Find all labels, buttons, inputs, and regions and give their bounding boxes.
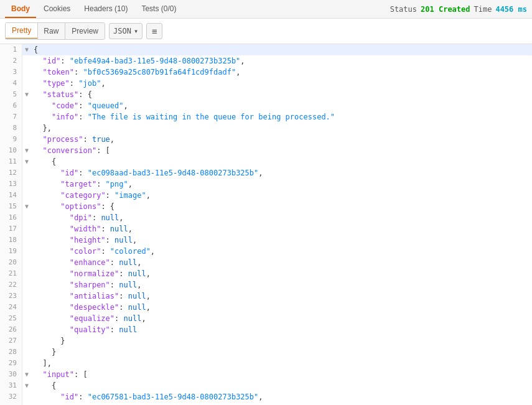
line-content: "category": "image", (31, 190, 532, 201)
line-content: "status": { (31, 89, 532, 100)
code-line: 25 "equalize": null, (0, 313, 532, 324)
code-line: 30▼ "input": [ (0, 369, 532, 380)
line-content: "enhance": null, (31, 257, 532, 268)
code-line: 2 "id": "ebfe49a4-bad3-11e5-9d48-0800273… (0, 55, 532, 67)
line-number: 1 (0, 44, 22, 55)
code-line: 21 "normalize": null, (0, 268, 532, 279)
code-line: 19 "color": "colored", (0, 246, 532, 257)
format-button[interactable]: ≡ (146, 23, 162, 39)
status-label: Status (390, 5, 417, 14)
line-content: "width": null, (31, 223, 532, 235)
line-toggle[interactable]: ▼ (22, 201, 31, 212)
tab-headers[interactable]: Headers (10) (78, 0, 134, 18)
line-number: 3 (0, 67, 22, 78)
line-number: 9 (0, 134, 22, 145)
code-line: 24 "despeckle": null, (0, 302, 532, 313)
line-content: "conversion": [ (31, 145, 532, 156)
line-content: "token": "bf0c5369a25c807b91fa64f1cd9fda… (31, 67, 532, 78)
line-number: 29 (0, 358, 22, 369)
line-content: "height": null, (31, 235, 532, 246)
status-area: Status 201 Created Time 4456 ms (390, 5, 527, 14)
line-number: 22 (0, 279, 22, 291)
preview-button[interactable]: Preview (65, 23, 105, 39)
line-toggle[interactable]: ▼ (22, 89, 31, 100)
code-line: 20 "enhance": null, (0, 257, 532, 268)
code-line: 15▼ "options": { (0, 201, 532, 212)
tab-bar: Body Cookies Headers (10) Tests (0/0) St… (0, 0, 532, 19)
line-toggle[interactable]: ▼ (22, 380, 31, 391)
tab-body[interactable]: Body (5, 0, 36, 18)
line-content: "code": "queued", (31, 100, 532, 111)
code-line: 8 }, (0, 123, 532, 134)
line-content: } (31, 347, 532, 358)
line-number: 24 (0, 302, 22, 313)
line-content: "dpi": null, (31, 212, 532, 223)
line-number: 33 (0, 403, 22, 405)
line-content: "type": "job", (31, 78, 532, 89)
code-line: 31▼ { (0, 380, 532, 391)
line-toggle[interactable]: ▼ (22, 44, 31, 55)
line-content: "process": true, (31, 134, 532, 145)
line-content: "sharpen": null, (31, 279, 532, 291)
line-toggle[interactable]: ▼ (22, 145, 31, 156)
code-line: 6 "code": "queued", (0, 100, 532, 111)
line-content: "options": { (31, 201, 532, 212)
chevron-down-icon: ▾ (134, 27, 138, 35)
line-number: 16 (0, 212, 22, 223)
raw-button[interactable]: Raw (37, 23, 65, 39)
code-line: 11▼ { (0, 156, 532, 167)
line-content: "target": "png", (31, 179, 532, 190)
line-content: "id": "ebfe49a4-bad3-11e5-9d48-0800273b3… (31, 55, 532, 67)
line-number: 5 (0, 89, 22, 100)
line-toggle[interactable]: ▼ (22, 369, 31, 380)
code-line: 17 "width": null, (0, 223, 532, 235)
line-number: 21 (0, 268, 22, 279)
tab-cookies[interactable]: Cookies (37, 0, 77, 18)
code-line: 29 ], (0, 358, 532, 369)
line-content: "normalize": null, (31, 268, 532, 279)
code-line: 14 "category": "image", (0, 190, 532, 201)
code-line: 13 "target": "png", (0, 179, 532, 190)
line-number: 20 (0, 257, 22, 268)
line-number: 25 (0, 313, 22, 324)
code-area[interactable]: 1▼{2 "id": "ebfe49a4-bad3-11e5-9d48-0800… (0, 44, 532, 405)
json-label: JSON (113, 27, 131, 35)
line-number: 17 (0, 223, 22, 235)
code-line: 28 } (0, 347, 532, 358)
code-line: 32 "id": "ec067581-bad3-11e5-9d48-080027… (0, 391, 532, 403)
line-content: "despeckle": null, (31, 302, 532, 313)
status-value: 201 Created (421, 5, 470, 14)
line-number: 14 (0, 190, 22, 201)
code-line: 16 "dpi": null, (0, 212, 532, 223)
line-number: 4 (0, 78, 22, 89)
line-content: } (31, 335, 532, 347)
line-content: "info": "The file is waiting in the queu… (31, 111, 532, 123)
code-line: 7 "info": "The file is waiting in the qu… (0, 111, 532, 123)
time-label: Time (474, 5, 492, 14)
line-content: ], (31, 358, 532, 369)
time-value: 4456 ms (495, 5, 527, 14)
line-content: "id": "ec098aad-bad3-11e5-9d48-0800273b3… (31, 167, 532, 179)
pretty-button[interactable]: Pretty (5, 22, 38, 39)
line-number: 2 (0, 55, 22, 67)
line-content: "quality": null (31, 324, 532, 335)
json-dropdown[interactable]: JSON ▾ (109, 23, 142, 39)
line-toggle[interactable]: ▼ (22, 156, 31, 167)
line-number: 6 (0, 100, 22, 111)
line-number: 8 (0, 123, 22, 134)
code-line: 5▼ "status": { (0, 89, 532, 100)
tab-tests[interactable]: Tests (0/0) (135, 0, 182, 18)
line-number: 30 (0, 369, 22, 380)
code-line: 12 "id": "ec098aad-bad3-11e5-9d48-080027… (0, 167, 532, 179)
code-line: 26 "quality": null (0, 324, 532, 335)
line-number: 19 (0, 246, 22, 257)
line-number: 18 (0, 235, 22, 246)
line-number: 10 (0, 145, 22, 156)
code-line: 22 "sharpen": null, (0, 279, 532, 291)
line-number: 13 (0, 179, 22, 190)
code-line: 33 "type": "remote", (0, 403, 532, 405)
line-content: "equalize": null, (31, 313, 532, 324)
line-number: 7 (0, 111, 22, 123)
code-line: 27 } (0, 335, 532, 347)
line-content: { (31, 380, 532, 391)
